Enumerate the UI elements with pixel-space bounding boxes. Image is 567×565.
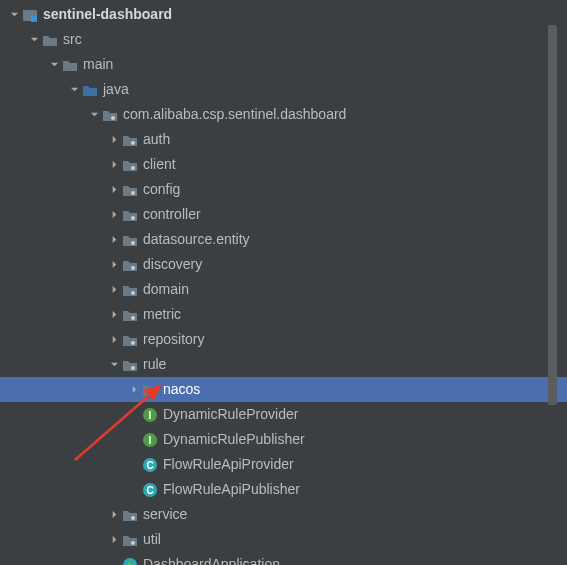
chevron-right-icon[interactable] [106,132,122,148]
tree-node[interactable]: domain [0,277,567,302]
iface-icon: I [142,432,158,448]
svg-point-7 [131,216,135,220]
tree-node-label: src [63,27,82,52]
folder-src-icon [82,82,98,98]
tree-node[interactable]: src [0,27,567,52]
svg-rect-1 [23,10,29,13]
tree-node-label: discovery [143,252,202,277]
chevron-right-icon[interactable] [106,182,122,198]
chevron-right-icon[interactable] [106,157,122,173]
chevron-right-icon[interactable] [106,282,122,298]
chevron-right-icon[interactable] [106,507,122,523]
chevron-right-icon[interactable] [106,532,122,548]
tree-node[interactable]: nacos [0,377,567,402]
tree-node-label: main [83,52,113,77]
svg-point-4 [131,141,135,145]
tree-node-label: service [143,502,187,527]
package-icon [102,107,118,123]
package-icon [122,132,138,148]
package-icon [122,282,138,298]
tree-node[interactable]: discovery [0,252,567,277]
iface-icon: I [142,407,158,423]
tree-node[interactable]: com.alibaba.csp.sentinel.dashboard [0,102,567,127]
tree-node[interactable]: DashboardApplication [0,552,567,565]
chevron-right-icon[interactable] [106,207,122,223]
tree-node-label: repository [143,327,204,352]
tree-node[interactable]: CFlowRuleApiPublisher [0,477,567,502]
folder-icon [62,57,78,73]
chevron-down-icon[interactable] [6,7,22,23]
tree-node[interactable]: IDynamicRulePublisher [0,427,567,452]
chevron-down-icon[interactable] [26,32,42,48]
chevron-right-icon[interactable] [106,307,122,323]
package-icon [122,357,138,373]
tree-node-label: datasource.entity [143,227,250,252]
package-icon [122,532,138,548]
chevron-down-icon[interactable] [86,107,102,123]
svg-point-23 [131,516,135,520]
tree-node[interactable]: main [0,52,567,77]
svg-rect-2 [31,16,37,22]
package-icon [122,182,138,198]
chevron-right-icon[interactable] [126,382,142,398]
chevron-down-icon[interactable] [66,82,82,98]
svg-point-9 [131,266,135,270]
tree-node[interactable]: CFlowRuleApiProvider [0,452,567,477]
svg-point-12 [131,341,135,345]
chevron-right-icon[interactable] [106,232,122,248]
package-icon [142,382,158,398]
tree-node-label: DashboardApplication [143,552,280,565]
svg-text:C: C [146,485,153,496]
tree-node-label: util [143,527,161,552]
svg-text:I: I [149,435,152,446]
tree-node-label: DynamicRuleProvider [163,402,298,427]
svg-point-5 [131,166,135,170]
tree-node[interactable]: util [0,527,567,552]
package-icon [122,307,138,323]
tree-node[interactable]: client [0,152,567,177]
project-tree[interactable]: sentinel-dashboardsrcmainjavacom.alibaba… [0,0,567,565]
tree-node-label: auth [143,127,170,152]
svg-text:C: C [146,460,153,471]
tree-node-label: sentinel-dashboard [43,2,172,27]
tree-node-label: DynamicRulePublisher [163,427,305,452]
svg-text:I: I [149,410,152,421]
package-icon [122,257,138,273]
tree-node[interactable]: IDynamicRuleProvider [0,402,567,427]
tree-node[interactable]: java [0,77,567,102]
tree-node-label: metric [143,302,181,327]
package-icon [122,507,138,523]
tree-node-label: FlowRuleApiPublisher [163,477,300,502]
tree-node[interactable]: rule [0,352,567,377]
svg-point-11 [131,316,135,320]
chevron-right-icon[interactable] [106,332,122,348]
svg-point-3 [111,116,115,120]
tree-node-label: client [143,152,176,177]
chevron-right-icon[interactable] [106,257,122,273]
svg-point-14 [151,391,155,395]
svg-point-13 [131,366,135,370]
tree-node[interactable]: config [0,177,567,202]
svg-point-8 [131,241,135,245]
tree-node-label: java [103,77,129,102]
tree-node[interactable]: auth [0,127,567,152]
tree-node-label: rule [143,352,166,377]
tree-node[interactable]: repository [0,327,567,352]
package-icon [122,332,138,348]
tree-node[interactable]: controller [0,202,567,227]
tree-node[interactable]: datasource.entity [0,227,567,252]
chevron-down-icon[interactable] [46,57,62,73]
package-icon [122,157,138,173]
svg-point-10 [131,291,135,295]
tree-node[interactable]: sentinel-dashboard [0,2,567,27]
svg-point-6 [131,191,135,195]
chevron-down-icon[interactable] [106,357,122,373]
tree-node[interactable]: metric [0,302,567,327]
tree-node[interactable]: service [0,502,567,527]
class-run-icon [122,557,138,566]
svg-point-24 [131,541,135,545]
tree-node-label: com.alibaba.csp.sentinel.dashboard [123,102,346,127]
vertical-scrollbar[interactable] [548,25,557,405]
tree-node-label: domain [143,277,189,302]
module-icon [22,7,38,23]
